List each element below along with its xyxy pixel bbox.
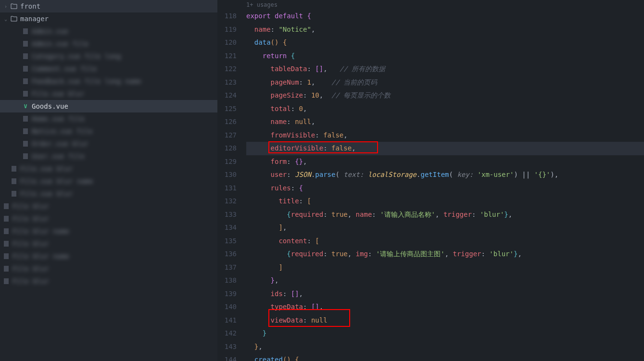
line-number: 130 xyxy=(217,168,237,182)
code-line[interactable]: }, xyxy=(246,340,644,354)
file-item[interactable]: Category.vue file long xyxy=(0,50,217,62)
line-number: 120 xyxy=(217,36,237,50)
code-line[interactable]: export default { xyxy=(246,10,644,23)
file-item[interactable]: Feedback.vue file long name xyxy=(0,75,217,87)
code-line[interactable]: ], xyxy=(246,221,644,235)
code-line[interactable]: name: null, xyxy=(246,115,644,129)
code-line[interactable]: created() { xyxy=(246,353,644,361)
tree-item-label: File blur xyxy=(13,240,49,248)
code-line[interactable]: pageSize: 10, // 每页显示的个数 xyxy=(246,89,644,102)
svg-rect-3 xyxy=(23,66,28,72)
line-number: 133 xyxy=(217,208,237,222)
file-item[interactable]: File blur name xyxy=(0,225,217,237)
vue-file-icon: V xyxy=(21,103,30,110)
code-editor[interactable]: 1181191201211221231241251261271281291301… xyxy=(217,0,644,361)
svg-rect-6 xyxy=(23,116,28,122)
file-icon xyxy=(2,253,11,260)
code-line[interactable]: content: [ xyxy=(246,235,644,248)
code-line[interactable]: viewData: null xyxy=(246,314,644,327)
code-line[interactable]: {required: true, img: '请输上传商品图主图', trigg… xyxy=(246,248,644,261)
file-icon xyxy=(21,65,30,72)
code-line[interactable]: total: 0, xyxy=(246,102,644,116)
file-item[interactable]: File.vue blur name xyxy=(0,175,217,187)
file-icon xyxy=(21,53,30,60)
file-item[interactable]: File.vue blur xyxy=(0,87,217,100)
file-icon xyxy=(21,78,30,85)
svg-rect-13 xyxy=(4,203,9,209)
tree-item-label: File.vue blur name xyxy=(20,177,93,185)
line-number: 135 xyxy=(217,235,237,248)
code-line[interactable]: typeData: [], xyxy=(246,300,644,314)
line-number: 118 xyxy=(217,10,237,23)
file-icon xyxy=(21,140,30,147)
code-line[interactable]: return { xyxy=(246,50,644,63)
svg-rect-4 xyxy=(23,78,28,84)
file-icon xyxy=(21,90,30,97)
file-icon xyxy=(21,40,30,47)
svg-rect-2 xyxy=(23,53,28,59)
file-item[interactable]: VGoods.vue xyxy=(0,100,217,112)
folder-item[interactable]: ›front xyxy=(0,0,217,12)
code-line[interactable]: {required: true, name: '请输入商品名称', trigge… xyxy=(246,208,644,222)
line-number: 122 xyxy=(217,62,237,76)
code-line[interactable]: data() { xyxy=(246,36,644,50)
svg-rect-7 xyxy=(23,128,28,134)
code-line[interactable]: title: [ xyxy=(246,195,644,208)
svg-rect-8 xyxy=(23,141,28,147)
file-item[interactable]: File blur xyxy=(0,275,217,287)
code-line[interactable]: ids: [], xyxy=(246,287,644,301)
line-number: 143 xyxy=(217,340,237,354)
svg-rect-19 xyxy=(4,278,9,284)
tree-item-label: File blur name xyxy=(13,252,69,260)
code-line[interactable]: fromVisible: false, xyxy=(246,129,644,142)
file-item[interactable]: User.vue file xyxy=(0,150,217,162)
code-line[interactable]: tableData: [], // 所有的数据 xyxy=(246,62,644,76)
line-number: 144 xyxy=(217,353,237,361)
file-item[interactable]: File blur name xyxy=(0,250,217,262)
file-item[interactable]: Notice.vue file xyxy=(0,125,217,137)
tree-item-label: User.vue file xyxy=(32,152,85,160)
file-item[interactable]: File blur xyxy=(0,262,217,275)
file-item[interactable]: File.vue blur xyxy=(0,162,217,175)
code-line[interactable]: form: {}, xyxy=(246,155,644,169)
code-line[interactable]: user: JSON.parse( text: localStorage.get… xyxy=(246,168,644,182)
folder-item[interactable]: ⌄manager xyxy=(0,12,217,25)
code-line[interactable]: editorVisible: false, xyxy=(246,142,644,155)
code-line[interactable]: } xyxy=(246,327,644,340)
file-item[interactable]: File blur xyxy=(0,237,217,250)
file-item[interactable]: File.vue blur xyxy=(0,187,217,200)
tree-item-label: File blur name xyxy=(13,227,69,235)
chevron-down-icon[interactable]: ⌄ xyxy=(2,16,10,22)
file-item[interactable]: Admin.vue xyxy=(0,25,217,37)
code-line[interactable]: pageNum: 1, // 当前的页码 xyxy=(246,76,644,89)
tree-item-label: File.vue blur xyxy=(20,165,73,173)
file-item[interactable]: Comment.vue file xyxy=(0,62,217,75)
line-number: 126 xyxy=(217,115,237,129)
file-item[interactable]: Order.vue blur xyxy=(0,137,217,150)
usages-hint[interactable]: 1+ usages xyxy=(246,0,644,10)
svg-rect-16 xyxy=(4,241,9,247)
code-line[interactable]: }, xyxy=(246,274,644,287)
svg-rect-12 xyxy=(12,191,16,197)
code-area[interactable]: 1+ usages export default { name: "Notice… xyxy=(246,0,644,361)
line-number: 132 xyxy=(217,195,237,208)
code-line[interactable]: rules: { xyxy=(246,182,644,195)
code-line[interactable]: ] xyxy=(246,261,644,274)
svg-rect-1 xyxy=(23,41,28,47)
line-number: 128 xyxy=(217,142,237,155)
file-item[interactable]: Admin.vue file xyxy=(0,37,217,50)
line-number: 142 xyxy=(217,327,237,340)
chevron-right-icon[interactable]: › xyxy=(2,4,10,9)
svg-rect-10 xyxy=(12,166,16,172)
file-item[interactable]: File blur xyxy=(0,212,217,225)
code-line[interactable]: name: "Notice", xyxy=(246,23,644,37)
file-tree-sidebar[interactable]: ›front⌄managerAdmin.vueAdmin.vue fileCat… xyxy=(0,0,217,361)
tree-item-label: Notice.vue file xyxy=(32,127,92,135)
file-item[interactable]: File blur xyxy=(0,200,217,212)
line-number: 140 xyxy=(217,300,237,314)
line-number: 119 xyxy=(217,23,237,37)
tree-item-label: File blur xyxy=(13,265,49,273)
tree-item-label: Category.vue file long xyxy=(32,52,121,60)
tree-item-label: manager xyxy=(20,15,49,23)
file-item[interactable]: Home.vue file xyxy=(0,112,217,125)
